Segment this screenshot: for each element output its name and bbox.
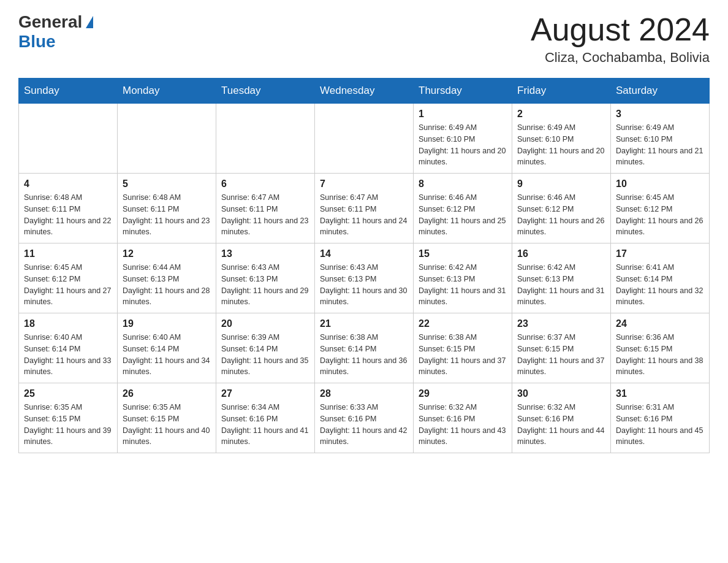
day-number: 18 (24, 318, 112, 329)
day-number: 20 (221, 318, 309, 329)
table-row (315, 104, 414, 174)
table-row: 29Sunrise: 6:32 AM Sunset: 6:16 PM Dayli… (414, 383, 512, 453)
table-row: 14Sunrise: 6:43 AM Sunset: 6:13 PM Dayli… (315, 243, 414, 313)
day-info: Sunrise: 6:49 AM Sunset: 6:10 PM Dayligh… (419, 122, 507, 168)
table-row: 30Sunrise: 6:32 AM Sunset: 6:16 PM Dayli… (512, 383, 611, 453)
day-info: Sunrise: 6:45 AM Sunset: 6:12 PM Dayligh… (616, 192, 704, 238)
table-row: 21Sunrise: 6:38 AM Sunset: 6:14 PM Dayli… (315, 313, 414, 383)
day-number: 15 (419, 248, 507, 259)
table-row: 28Sunrise: 6:33 AM Sunset: 6:16 PM Dayli… (315, 383, 414, 453)
calendar-week-row: 1Sunrise: 6:49 AM Sunset: 6:10 PM Daylig… (19, 104, 710, 174)
table-row: 12Sunrise: 6:44 AM Sunset: 6:13 PM Dayli… (118, 243, 216, 313)
header-friday: Friday (512, 79, 611, 104)
day-number: 14 (320, 248, 408, 259)
header-monday: Monday (118, 79, 216, 104)
header-wednesday: Wednesday (315, 79, 414, 104)
calendar-header-row: Sunday Monday Tuesday Wednesday Thursday… (19, 79, 710, 104)
day-number: 25 (24, 388, 112, 399)
day-info: Sunrise: 6:38 AM Sunset: 6:14 PM Dayligh… (320, 332, 408, 378)
day-number: 8 (419, 178, 507, 190)
day-number: 11 (24, 248, 112, 259)
day-info: Sunrise: 6:42 AM Sunset: 6:13 PM Dayligh… (419, 262, 507, 308)
day-info: Sunrise: 6:49 AM Sunset: 6:10 PM Dayligh… (517, 122, 605, 168)
logo-triangle-icon (86, 16, 93, 28)
day-number: 26 (123, 388, 211, 399)
table-row: 6Sunrise: 6:47 AM Sunset: 6:11 PM Daylig… (216, 174, 315, 243)
table-row: 3Sunrise: 6:49 AM Sunset: 6:10 PM Daylig… (611, 104, 710, 174)
logo-general-text: General (18, 12, 82, 32)
table-row: 24Sunrise: 6:36 AM Sunset: 6:15 PM Dayli… (611, 313, 710, 383)
table-row: 31Sunrise: 6:31 AM Sunset: 6:16 PM Dayli… (611, 383, 710, 453)
day-number: 23 (517, 318, 605, 329)
table-row: 5Sunrise: 6:48 AM Sunset: 6:11 PM Daylig… (118, 174, 216, 243)
day-number: 31 (616, 388, 704, 399)
calendar-table: Sunday Monday Tuesday Wednesday Thursday… (18, 78, 710, 453)
table-row: 18Sunrise: 6:40 AM Sunset: 6:14 PM Dayli… (19, 313, 118, 383)
day-info: Sunrise: 6:46 AM Sunset: 6:12 PM Dayligh… (517, 192, 605, 238)
table-row: 13Sunrise: 6:43 AM Sunset: 6:13 PM Dayli… (216, 243, 315, 313)
table-row: 11Sunrise: 6:45 AM Sunset: 6:12 PM Dayli… (19, 243, 118, 313)
calendar-week-row: 25Sunrise: 6:35 AM Sunset: 6:15 PM Dayli… (19, 383, 710, 453)
table-row: 8Sunrise: 6:46 AM Sunset: 6:12 PM Daylig… (414, 174, 512, 243)
day-info: Sunrise: 6:32 AM Sunset: 6:16 PM Dayligh… (419, 402, 507, 448)
table-row (19, 104, 118, 174)
table-row: 16Sunrise: 6:42 AM Sunset: 6:13 PM Dayli… (512, 243, 611, 313)
day-info: Sunrise: 6:36 AM Sunset: 6:15 PM Dayligh… (616, 332, 704, 378)
table-row: 7Sunrise: 6:47 AM Sunset: 6:11 PM Daylig… (315, 174, 414, 243)
day-number: 22 (419, 318, 507, 329)
table-row: 20Sunrise: 6:39 AM Sunset: 6:14 PM Dayli… (216, 313, 315, 383)
calendar-week-row: 18Sunrise: 6:40 AM Sunset: 6:14 PM Dayli… (19, 313, 710, 383)
day-info: Sunrise: 6:47 AM Sunset: 6:11 PM Dayligh… (320, 192, 408, 238)
table-row: 15Sunrise: 6:42 AM Sunset: 6:13 PM Dayli… (414, 243, 512, 313)
day-info: Sunrise: 6:47 AM Sunset: 6:11 PM Dayligh… (221, 192, 309, 238)
title-section: August 2024 Cliza, Cochabamba, Bolivia (531, 12, 710, 66)
day-info: Sunrise: 6:48 AM Sunset: 6:11 PM Dayligh… (24, 192, 112, 238)
day-info: Sunrise: 6:38 AM Sunset: 6:15 PM Dayligh… (419, 332, 507, 378)
day-number: 9 (517, 178, 605, 190)
table-row (118, 104, 216, 174)
day-number: 28 (320, 388, 408, 399)
day-info: Sunrise: 6:35 AM Sunset: 6:15 PM Dayligh… (123, 402, 211, 448)
table-row: 9Sunrise: 6:46 AM Sunset: 6:12 PM Daylig… (512, 174, 611, 243)
day-number: 13 (221, 248, 309, 259)
day-number: 19 (123, 318, 211, 329)
day-info: Sunrise: 6:44 AM Sunset: 6:13 PM Dayligh… (123, 262, 211, 308)
day-info: Sunrise: 6:43 AM Sunset: 6:13 PM Dayligh… (320, 262, 408, 308)
table-row: 4Sunrise: 6:48 AM Sunset: 6:11 PM Daylig… (19, 174, 118, 243)
day-info: Sunrise: 6:40 AM Sunset: 6:14 PM Dayligh… (24, 332, 112, 378)
calendar-week-row: 4Sunrise: 6:48 AM Sunset: 6:11 PM Daylig… (19, 174, 710, 243)
day-number: 7 (320, 178, 408, 190)
logo-general: General (18, 12, 93, 32)
table-row: 17Sunrise: 6:41 AM Sunset: 6:14 PM Dayli… (611, 243, 710, 313)
day-info: Sunrise: 6:32 AM Sunset: 6:16 PM Dayligh… (517, 402, 605, 448)
day-info: Sunrise: 6:31 AM Sunset: 6:16 PM Dayligh… (616, 402, 704, 448)
header-tuesday: Tuesday (216, 79, 315, 104)
day-number: 16 (517, 248, 605, 259)
header-sunday: Sunday (19, 79, 118, 104)
header-saturday: Saturday (611, 79, 710, 104)
logo-blue-text: Blue (18, 32, 56, 52)
day-info: Sunrise: 6:48 AM Sunset: 6:11 PM Dayligh… (123, 192, 211, 238)
table-row: 1Sunrise: 6:49 AM Sunset: 6:10 PM Daylig… (414, 104, 512, 174)
table-row: 27Sunrise: 6:34 AM Sunset: 6:16 PM Dayli… (216, 383, 315, 453)
day-info: Sunrise: 6:33 AM Sunset: 6:16 PM Dayligh… (320, 402, 408, 448)
day-info: Sunrise: 6:46 AM Sunset: 6:12 PM Dayligh… (419, 192, 507, 238)
day-number: 27 (221, 388, 309, 399)
logo: General Blue (18, 12, 93, 52)
calendar-week-row: 11Sunrise: 6:45 AM Sunset: 6:12 PM Dayli… (19, 243, 710, 313)
day-number: 21 (320, 318, 408, 329)
day-number: 3 (616, 109, 704, 120)
day-info: Sunrise: 6:34 AM Sunset: 6:16 PM Dayligh… (221, 402, 309, 448)
table-row: 2Sunrise: 6:49 AM Sunset: 6:10 PM Daylig… (512, 104, 611, 174)
table-row: 22Sunrise: 6:38 AM Sunset: 6:15 PM Dayli… (414, 313, 512, 383)
day-number: 4 (24, 178, 112, 190)
page-header: General Blue August 2024 Cliza, Cochabam… (18, 12, 710, 66)
day-number: 12 (123, 248, 211, 259)
day-number: 10 (616, 178, 704, 190)
month-year-title: August 2024 (531, 12, 710, 47)
day-number: 17 (616, 248, 704, 259)
location-subtitle: Cliza, Cochabamba, Bolivia (531, 50, 710, 66)
day-info: Sunrise: 6:45 AM Sunset: 6:12 PM Dayligh… (24, 262, 112, 308)
day-number: 30 (517, 388, 605, 399)
table-row: 10Sunrise: 6:45 AM Sunset: 6:12 PM Dayli… (611, 174, 710, 243)
